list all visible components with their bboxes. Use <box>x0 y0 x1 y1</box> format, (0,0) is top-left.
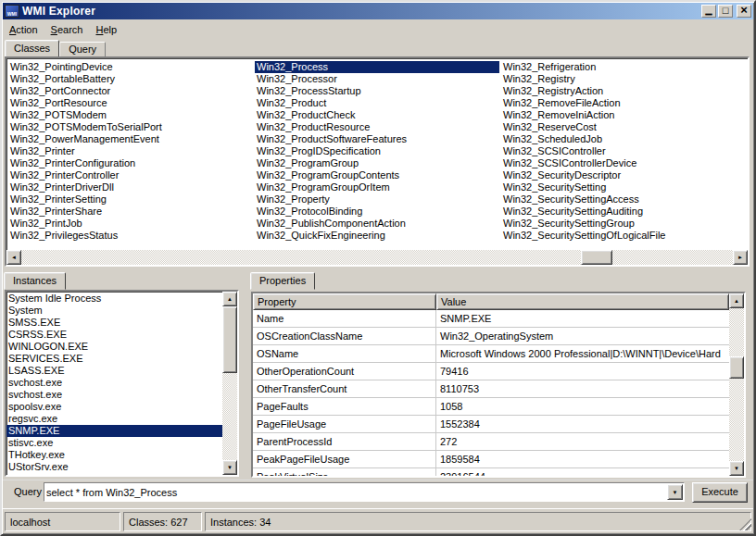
vertical-scroll-thumb[interactable] <box>222 306 237 373</box>
tab-instances[interactable]: Instances <box>4 272 66 290</box>
class-item[interactable]: Win32_ProgramGroupOrItem <box>255 181 499 193</box>
vertical-scroll-thumb[interactable] <box>729 356 744 379</box>
instance-item[interactable]: regsvc.exe <box>6 413 222 425</box>
class-item[interactable]: Win32_ScheduledJob <box>501 133 746 145</box>
class-item[interactable]: Win32_ProductSoftwareFeatures <box>255 133 499 145</box>
horizontal-scroll-thumb[interactable] <box>581 250 612 265</box>
class-item[interactable]: Win32_RemoveIniAction <box>501 109 746 121</box>
class-item[interactable]: Win32_Registry <box>501 73 746 85</box>
class-item[interactable]: Win32_RegistryAction <box>501 85 746 97</box>
instance-item[interactable]: svchost.exe <box>6 377 222 389</box>
app-icon[interactable]: WMI <box>5 5 19 18</box>
class-item[interactable]: Win32_POTSModem <box>8 109 253 121</box>
instance-item[interactable]: SMSS.EXE <box>6 317 222 329</box>
query-input[interactable] <box>46 485 665 499</box>
class-item[interactable]: Win32_PublishComponentAction <box>255 218 499 230</box>
class-item[interactable]: Win32_SecurityDescriptor <box>501 169 746 181</box>
class-item[interactable]: Win32_SecuritySettingOfLogicalFile <box>501 230 746 242</box>
class-item[interactable]: Win32_SecuritySettingAccess <box>501 193 746 206</box>
properties-vertical-scrollbar[interactable]: ▲ ▼ <box>729 293 744 476</box>
class-item[interactable]: Win32_SCSIController <box>501 145 746 157</box>
query-dropdown-button[interactable]: ▼ <box>667 484 683 500</box>
tab-query[interactable]: Query <box>59 42 106 57</box>
table-row[interactable]: OSCreationClassNameWin32_OperatingSystem <box>253 328 729 345</box>
menu-help[interactable]: Help <box>89 22 123 37</box>
instance-item[interactable]: CSRSS.EXE <box>6 329 222 341</box>
class-item[interactable]: Win32_POTSModemToSerialPort <box>8 121 253 133</box>
column-header-value[interactable]: Value <box>436 293 729 310</box>
scroll-right-button[interactable]: ► <box>733 250 748 265</box>
class-item[interactable]: Win32_ProtocolBinding <box>255 206 499 218</box>
table-row[interactable]: OSNameMicrosoft Windows 2000 Professiona… <box>253 345 729 363</box>
instance-item[interactable]: LSASS.EXE <box>6 365 222 377</box>
table-row[interactable]: PeakPageFileUsage1859584 <box>253 451 729 468</box>
class-item[interactable]: Win32_ProcessStartup <box>255 85 499 97</box>
class-item[interactable]: Win32_SecuritySettingAuditing <box>501 206 746 218</box>
table-row[interactable]: PeakVirtualSize23916544 <box>253 468 729 476</box>
class-item[interactable]: Win32_Process <box>255 61 499 73</box>
instance-item[interactable]: WINLOGON.EXE <box>6 341 222 353</box>
class-item[interactable]: Win32_PrinterSetting <box>8 193 253 206</box>
class-item[interactable]: Win32_Printer <box>8 145 253 157</box>
classes-horizontal-scrollbar[interactable]: ◄ ► <box>6 250 748 265</box>
table-row[interactable]: ParentProcessId272 <box>253 433 729 451</box>
instance-item[interactable]: System <box>6 305 222 317</box>
maximize-button[interactable]: □ <box>718 5 733 18</box>
class-item[interactable]: Win32_PrinterConfiguration <box>8 157 253 169</box>
table-row[interactable]: OtherTransferCount8110753 <box>253 380 729 398</box>
scroll-left-button[interactable]: ◄ <box>6 250 21 265</box>
class-item[interactable]: Win32_Property <box>255 193 499 206</box>
instance-item[interactable]: UStorSrv.exe <box>6 461 222 473</box>
table-row[interactable]: NameSNMP.EXE <box>253 310 729 328</box>
class-item[interactable]: Win32_PortResource <box>8 97 253 109</box>
instances-vertical-scrollbar[interactable]: ▲ ▼ <box>222 292 237 475</box>
scroll-down-icon: ▼ <box>227 465 233 470</box>
class-item[interactable]: Win32_RemoveFileAction <box>501 97 746 109</box>
minimize-button[interactable]: ▁ <box>701 5 716 18</box>
class-item[interactable]: Win32_PortableBattery <box>8 73 253 85</box>
class-item[interactable]: Win32_PortConnector <box>8 85 253 97</box>
class-item[interactable]: Win32_Refrigeration <box>501 61 746 73</box>
class-item[interactable]: Win32_ProgramGroup <box>255 157 499 169</box>
class-item[interactable]: Win32_PrinterController <box>8 169 253 181</box>
class-item[interactable]: Win32_SCSIControllerDevice <box>501 157 746 169</box>
scroll-down-button[interactable]: ▼ <box>222 460 237 475</box>
table-row[interactable]: PageFaults1058 <box>253 398 729 416</box>
table-row[interactable]: OtherOperationCount79416 <box>253 363 729 380</box>
scroll-up-button[interactable]: ▲ <box>729 293 744 308</box>
instance-item[interactable]: SERVICES.EXE <box>6 353 222 365</box>
class-item[interactable]: Win32_ReserveCost <box>501 121 746 133</box>
instance-item[interactable]: THotkey.exe <box>6 449 222 461</box>
instance-item[interactable]: stisvc.exe <box>6 437 222 449</box>
class-item[interactable]: Win32_Product <box>255 97 499 109</box>
execute-button[interactable]: Execute <box>692 482 748 503</box>
instance-item[interactable]: System Idle Process <box>6 293 222 305</box>
class-item[interactable]: Win32_ProductCheck <box>255 109 499 121</box>
instance-item[interactable]: svchost.exe <box>6 389 222 401</box>
class-item[interactable]: Win32_PrintJob <box>8 218 253 230</box>
class-item[interactable]: Win32_Processor <box>255 73 499 85</box>
class-item[interactable]: Win32_ProgramGroupContents <box>255 169 499 181</box>
class-item[interactable]: Win32_PrinterDriverDll <box>8 181 253 193</box>
tab-classes[interactable]: Classes <box>5 40 59 57</box>
class-item[interactable]: Win32_PointingDevice <box>8 61 253 73</box>
instance-item[interactable]: spoolsv.exe <box>6 401 222 413</box>
table-row[interactable]: PageFileUsage1552384 <box>253 416 729 433</box>
class-item[interactable]: Win32_ProductResource <box>255 121 499 133</box>
class-item[interactable]: Win32_PowerManagementEvent <box>8 133 253 145</box>
scroll-right-icon: ► <box>737 255 743 260</box>
class-item[interactable]: Win32_SecuritySettingGroup <box>501 218 746 230</box>
scroll-down-button[interactable]: ▼ <box>729 461 744 476</box>
tab-properties[interactable]: Properties <box>250 272 315 290</box>
close-button[interactable]: × <box>737 5 751 18</box>
column-header-property[interactable]: Property <box>253 293 436 310</box>
menu-search[interactable]: Search <box>44 22 90 37</box>
class-item[interactable]: Win32_QuickFixEngineering <box>255 230 499 242</box>
menu-action[interactable]: Action <box>3 22 44 37</box>
instance-item[interactable]: SNMP.EXE <box>6 425 222 437</box>
class-item[interactable]: Win32_SecuritySetting <box>501 181 746 193</box>
class-item[interactable]: Win32_ProgIDSpecification <box>255 145 499 157</box>
scroll-up-button[interactable]: ▲ <box>222 292 237 306</box>
class-item[interactable]: Win32_PrivilegesStatus <box>8 230 253 242</box>
class-item[interactable]: Win32_PrinterShare <box>8 206 253 218</box>
